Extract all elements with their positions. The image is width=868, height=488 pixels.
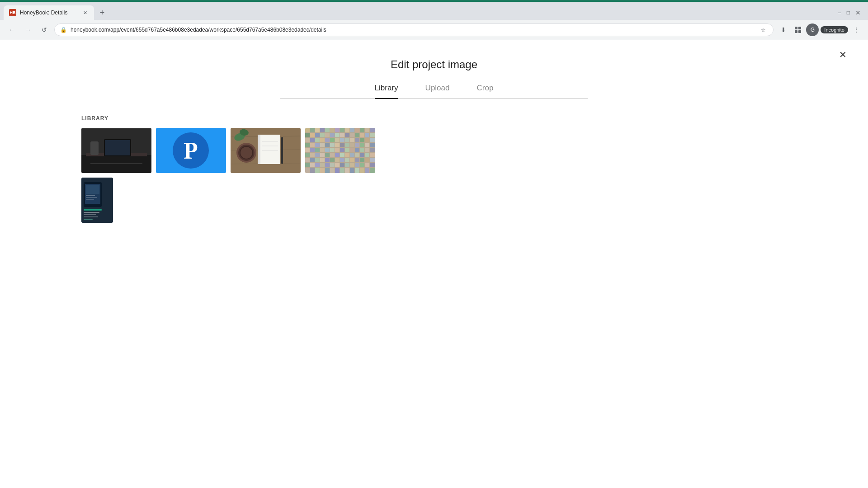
svg-rect-125 [335,158,340,162]
svg-rect-129 [355,158,359,162]
address-bar-row: ← → ↺ 🔒 honeybook.com/app/event/655d767a… [0,20,868,40]
svg-rect-18 [258,135,280,164]
svg-rect-159 [365,168,369,173]
svg-rect-150 [320,168,325,173]
tab-title: HoneyBook: Details [20,9,78,16]
svg-rect-106 [310,153,315,157]
svg-rect-60 [360,133,364,137]
svg-rect-65 [315,138,320,142]
library-image-coffee[interactable] [231,128,301,173]
svg-rect-116 [360,153,364,157]
svg-rect-157 [355,168,359,173]
svg-rect-145 [365,163,369,167]
svg-rect-50 [310,133,315,137]
svg-rect-77 [305,143,310,147]
download-button[interactable]: ⬇ [777,23,790,36]
svg-rect-117 [365,153,369,157]
svg-rect-118 [370,153,375,157]
page-content: ✕ Edit project image Library Upload Crop… [0,40,868,488]
forward-button[interactable]: → [22,23,34,36]
svg-rect-156 [350,168,354,173]
svg-rect-158 [360,168,364,173]
browser-chrome: HB HoneyBook: Details ✕ + − □ ✕ ← → ↺ [0,0,868,40]
tab-crop[interactable]: Crop [476,84,493,98]
svg-rect-56 [340,133,344,137]
tab-favicon: HB [9,9,16,16]
tab-upload[interactable]: Upload [425,84,450,98]
svg-rect-143 [355,163,359,167]
svg-rect-114 [350,153,354,157]
svg-rect-51 [315,133,320,137]
svg-rect-99 [345,148,349,152]
reload-button[interactable]: ↺ [38,23,51,36]
svg-rect-167 [86,199,94,200]
svg-rect-72 [350,138,354,142]
modal-close-button[interactable]: ✕ [835,47,850,62]
svg-rect-111 [335,153,340,157]
tab-library[interactable]: Library [375,84,398,98]
svg-rect-40 [330,128,335,132]
tab-bar: HB HoneyBook: Details ✕ + − □ ✕ [0,2,868,20]
address-bar[interactable]: 🔒 honeybook.com/app/event/655d767a5e486b… [54,23,774,36]
svg-rect-171 [84,216,98,217]
svg-rect-54 [330,133,335,137]
svg-rect-112 [340,153,344,157]
svg-rect-35 [305,128,310,132]
svg-rect-168 [84,209,102,211]
svg-rect-101 [355,148,359,152]
svg-rect-97 [335,148,340,152]
svg-rect-74 [360,138,364,142]
svg-rect-53 [325,133,330,137]
address-bar-icons: ☆ [759,25,768,34]
svg-rect-127 [345,158,349,162]
svg-rect-146 [370,163,375,167]
library-image-parking[interactable]: P [156,128,226,173]
svg-rect-66 [320,138,325,142]
maximize-button[interactable]: □ [847,9,850,16]
svg-rect-80 [320,143,325,147]
svg-rect-5 [81,155,151,173]
svg-rect-1 [798,27,801,29]
svg-rect-75 [365,138,369,142]
svg-rect-135 [315,163,320,167]
new-tab-button[interactable]: + [96,6,108,19]
svg-rect-144 [360,163,364,167]
svg-rect-47 [365,128,369,132]
library-image-desk[interactable] [81,128,151,173]
svg-rect-130 [360,158,364,162]
back-button[interactable]: ← [5,23,18,36]
svg-rect-91 [305,148,310,152]
svg-rect-120 [310,158,315,162]
svg-rect-103 [365,148,369,152]
incognito-badge[interactable]: Incognito [821,26,848,33]
library-image-mosaic[interactable] [305,128,375,173]
svg-rect-165 [86,195,95,196]
svg-rect-160 [370,168,375,173]
svg-rect-73 [355,138,359,142]
minimize-button[interactable]: − [838,9,841,16]
bookmark-icon[interactable]: ☆ [759,25,768,34]
svg-rect-92 [310,148,315,152]
svg-rect-79 [315,143,320,147]
svg-rect-0 [795,27,797,29]
menu-button[interactable]: ⋮ [850,23,863,36]
extensions-button[interactable] [792,23,804,36]
svg-rect-170 [84,214,96,215]
tab-close-button[interactable]: ✕ [81,9,89,16]
svg-rect-58 [350,133,354,137]
library-image-brochure[interactable] [81,178,113,223]
svg-rect-147 [305,168,310,173]
svg-rect-166 [86,197,97,198]
svg-rect-3 [798,30,801,33]
svg-rect-38 [320,128,325,132]
account-avatar[interactable]: G [806,23,819,36]
svg-rect-45 [355,128,359,132]
svg-rect-71 [345,138,349,142]
url-text: honeybook.com/app/event/655d767a5e486b08… [71,27,755,33]
security-icon: 🔒 [60,27,67,33]
active-tab[interactable]: HB HoneyBook: Details ✕ [4,5,94,20]
svg-rect-85 [345,143,349,147]
svg-rect-37 [315,128,320,132]
close-window-button[interactable]: ✕ [855,9,861,16]
svg-rect-68 [330,138,335,142]
